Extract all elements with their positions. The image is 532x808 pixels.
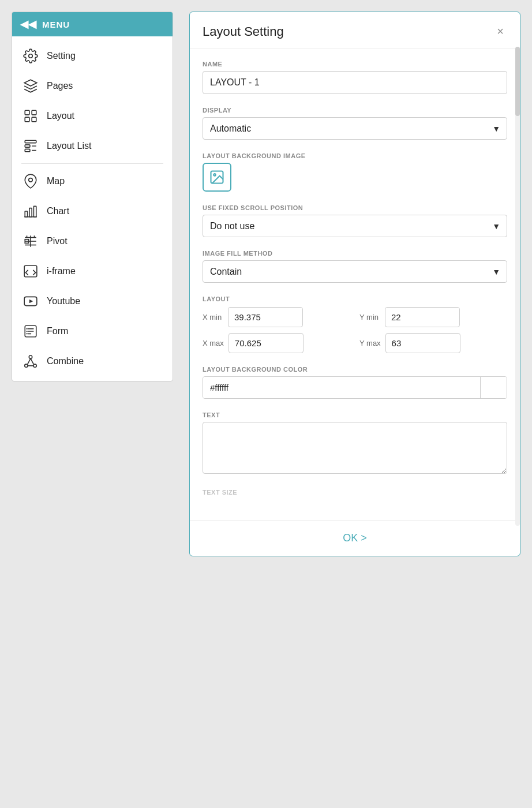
svg-rect-8 <box>25 149 30 151</box>
svg-rect-4 <box>25 117 29 122</box>
display-field-group: Display Automatic Manual Fixed ▼ <box>203 107 507 140</box>
svg-marker-1 <box>24 80 37 86</box>
display-select-wrapper: Automatic Manual Fixed ▼ <box>203 117 507 140</box>
color-swatch[interactable] <box>480 377 507 398</box>
dialog-footer: OK > <box>190 520 520 556</box>
svg-point-33 <box>29 356 32 358</box>
color-text-input[interactable] <box>203 377 480 398</box>
svg-line-36 <box>28 358 31 364</box>
sidebar-item-pages-label: Pages <box>47 81 73 91</box>
scroll-select[interactable]: Do not use Use <box>203 215 507 237</box>
svg-line-37 <box>31 358 33 364</box>
bg-image-label: LAYOUT BACKGROUND IMAGE <box>203 152 507 159</box>
xmin-field: X min <box>203 307 350 327</box>
sidebar-item-iframe[interactable]: i-frame <box>12 256 173 286</box>
svg-point-31 <box>26 331 27 332</box>
dialog-title: Layout Setting <box>203 24 284 39</box>
sidebar-item-layout-list-label: Layout List <box>47 141 91 151</box>
layout-setting-dialog: Layout Setting × NAME Display Automatic … <box>189 12 520 556</box>
fill-label: IMAGE FILL METHOD <box>203 250 507 257</box>
ymin-input[interactable] <box>385 307 460 327</box>
youtube-icon <box>23 293 39 309</box>
sidebar-item-setting-label: Setting <box>47 51 76 61</box>
svg-rect-6 <box>25 140 36 143</box>
ymax-field: Y max <box>359 333 507 353</box>
ymin-field: Y min <box>359 307 507 327</box>
sidebar-title: MENU <box>42 20 70 29</box>
svg-point-40 <box>213 174 216 176</box>
layout-grid: X min Y min X max Y max <box>203 307 507 353</box>
textsize-label: TEXT SIZE <box>203 489 507 496</box>
sidebar-item-pivot[interactable]: Pivot <box>12 226 173 256</box>
dialog-body: NAME Display Automatic Manual Fixed ▼ LA… <box>190 49 520 520</box>
sidebar: ◀◀ MENU Setting Pages Layout <box>12 12 173 381</box>
text-label: TEXT <box>203 412 507 418</box>
sidebar-item-form[interactable]: Form <box>12 316 173 346</box>
svg-point-32 <box>26 333 27 334</box>
code-icon <box>23 263 39 279</box>
fill-field-group: IMAGE FILL METHOD Contain Cover Fill Non… <box>203 250 507 283</box>
layout-coords-group: LAYOUT X min Y min X max Y max <box>203 295 507 353</box>
sidebar-item-setting[interactable]: Setting <box>12 41 173 71</box>
map-icon <box>23 173 39 189</box>
gear-icon <box>23 48 39 64</box>
svg-point-11 <box>29 178 33 182</box>
ok-button[interactable]: OK > <box>331 529 379 548</box>
bg-image-upload-button[interactable] <box>203 163 231 192</box>
svg-rect-12 <box>25 211 27 217</box>
form-icon <box>23 323 39 339</box>
sidebar-item-layout[interactable]: Layout <box>12 101 173 131</box>
svg-rect-3 <box>32 110 36 115</box>
svg-point-34 <box>25 364 28 367</box>
svg-rect-2 <box>25 110 29 115</box>
divider-1 <box>21 163 163 164</box>
fill-select[interactable]: Contain Cover Fill None <box>203 260 507 283</box>
bgcolor-field-group: LAYOUT BACKGROUND COLOR <box>203 366 507 399</box>
svg-marker-25 <box>29 300 33 304</box>
svg-rect-14 <box>33 206 36 216</box>
display-label: Display <box>203 107 507 114</box>
sidebar-item-combine-label: Combine <box>47 356 84 366</box>
sidebar-item-youtube-label: Youtube <box>47 296 80 306</box>
svg-point-0 <box>29 54 33 58</box>
scroll-field-group: Use Fixed Scroll Position Do not use Use… <box>203 204 507 237</box>
scroll-thumb[interactable] <box>515 47 520 116</box>
sidebar-item-layout-list[interactable]: Layout List <box>12 131 173 161</box>
sidebar-item-form-label: Form <box>47 326 68 336</box>
sidebar-item-map[interactable]: Map <box>12 166 173 196</box>
pivot-icon <box>23 233 39 249</box>
sidebar-item-pivot-label: Pivot <box>47 236 68 246</box>
sidebar-item-map-label: Map <box>47 176 65 186</box>
ymax-label: Y max <box>359 339 381 347</box>
layout-label: LAYOUT <box>203 295 507 302</box>
ymax-input[interactable] <box>385 333 460 353</box>
sidebar-header: ◀◀ MENU <box>12 12 173 36</box>
sidebar-item-chart-label: Chart <box>47 206 69 216</box>
scroll-track <box>515 47 520 526</box>
dialog-close-button[interactable]: × <box>493 23 507 40</box>
sidebar-item-youtube[interactable]: Youtube <box>12 286 173 316</box>
back-icon[interactable]: ◀◀ <box>20 18 36 31</box>
color-field <box>203 376 507 399</box>
layout-list-icon <box>23 138 39 154</box>
xmax-input[interactable] <box>228 333 304 353</box>
dialog-header: Layout Setting × <box>190 12 520 49</box>
layout-grid-icon <box>23 108 39 124</box>
sidebar-item-iframe-label: i-frame <box>47 266 76 276</box>
sidebar-item-pages[interactable]: Pages <box>12 71 173 101</box>
textsize-field-group: TEXT SIZE <box>203 489 507 496</box>
xmax-label: X max <box>203 339 224 347</box>
layers-icon <box>23 78 39 94</box>
sidebar-menu: Setting Pages Layout Layout List <box>12 36 173 381</box>
svg-rect-5 <box>32 117 36 122</box>
sidebar-item-combine[interactable]: Combine <box>12 346 173 376</box>
svg-point-35 <box>33 364 36 367</box>
text-field-group: TEXT <box>203 412 507 476</box>
xmin-input[interactable] <box>228 307 303 327</box>
ymin-label: Y min <box>359 313 380 321</box>
display-select[interactable]: Automatic Manual Fixed <box>203 117 507 140</box>
text-textarea[interactable] <box>203 422 507 474</box>
svg-point-30 <box>26 328 27 330</box>
name-input[interactable] <box>203 71 507 94</box>
sidebar-item-chart[interactable]: Chart <box>12 196 173 226</box>
